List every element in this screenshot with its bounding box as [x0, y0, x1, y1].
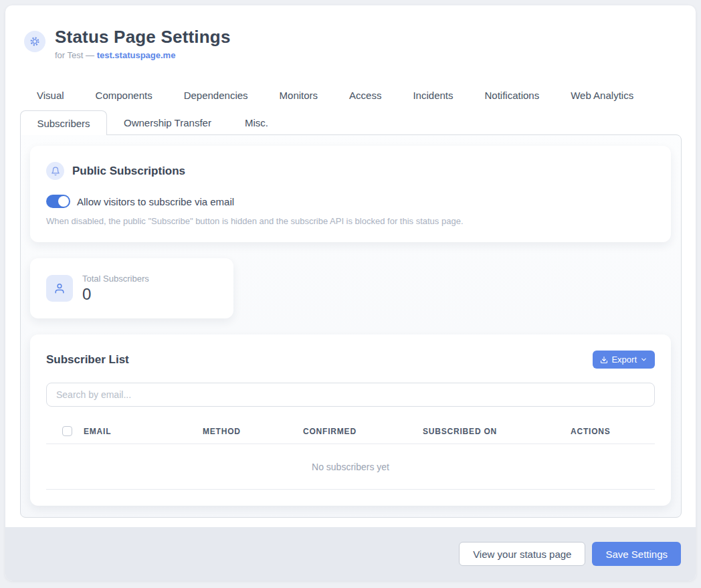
save-settings-button[interactable]: Save Settings — [592, 542, 681, 566]
subtitle-prefix: for Test — — [55, 50, 97, 60]
tab-access[interactable]: Access — [349, 87, 381, 104]
subscriber-table-header: EMAIL METHOD CONFIRMED SUBSCRIBED ON ACT… — [46, 421, 655, 444]
public-subscriptions-card: Public Subscriptions Allow visitors to s… — [30, 146, 671, 242]
subscriber-list-header: Subscriber List Export — [46, 351, 655, 369]
tab-notifications[interactable]: Notifications — [485, 87, 540, 104]
tabs-row-primary: Visual Components Dependencies Monitors … — [5, 87, 696, 104]
tabs-row-secondary: Subscribers Ownership Transfer Misc. — [5, 110, 696, 134]
bell-icon — [46, 162, 64, 180]
column-subscribed-on: SUBSCRIBED ON — [423, 427, 571, 436]
tab-components[interactable]: Components — [96, 87, 153, 104]
tab-ownership-transfer[interactable]: Ownership Transfer — [107, 111, 228, 134]
title-block: Status Page Settings for Test — test.sta… — [55, 27, 231, 60]
toggle-knob — [58, 196, 69, 207]
tab-misc[interactable]: Misc. — [228, 111, 285, 134]
footer-bar: View your status page Save Settings — [5, 527, 696, 581]
tab-visual[interactable]: Visual — [37, 87, 64, 104]
tab-monitors[interactable]: Monitors — [280, 87, 318, 104]
public-subscriptions-title: Public Subscriptions — [72, 165, 185, 178]
export-button-label: Export — [611, 355, 637, 365]
export-button[interactable]: Export — [593, 351, 655, 369]
tab-web-analytics[interactable]: Web Analytics — [571, 87, 633, 104]
stats-text: Total Subscribers 0 — [82, 274, 149, 304]
tab-subscribers[interactable]: Subscribers — [20, 110, 107, 135]
subscribe-helper-text: When disabled, the public "Subscribe" bu… — [46, 216, 655, 226]
stats-label: Total Subscribers — [82, 274, 149, 284]
settings-window: Status Page Settings for Test — test.sta… — [5, 5, 696, 581]
public-subscriptions-header: Public Subscriptions — [46, 162, 655, 180]
subscribe-toggle[interactable] — [46, 195, 70, 208]
search-input[interactable] — [46, 383, 655, 407]
download-icon — [600, 356, 608, 364]
empty-state-message: No subscribers yet — [46, 444, 655, 490]
tab-dependencies[interactable]: Dependencies — [184, 87, 248, 104]
chevron-down-icon — [640, 356, 647, 363]
page-title: Status Page Settings — [55, 27, 231, 47]
total-subscribers-card: Total Subscribers 0 — [30, 258, 233, 318]
gear-icon — [24, 31, 45, 52]
select-all-checkbox[interactable] — [62, 426, 72, 436]
status-page-link[interactable]: test.statuspage.me — [97, 50, 176, 60]
subscribers-panel: Public Subscriptions Allow visitors to s… — [20, 134, 682, 518]
column-email: EMAIL — [84, 427, 203, 436]
column-actions: ACTIONS — [571, 427, 655, 436]
person-icon — [46, 275, 73, 302]
stats-value: 0 — [82, 285, 149, 304]
subscriber-list-title: Subscriber List — [46, 353, 129, 367]
page-header: Status Page Settings for Test — test.sta… — [5, 5, 696, 60]
tab-incidents[interactable]: Incidents — [413, 87, 453, 104]
subscribe-toggle-row: Allow visitors to subscribe via email — [46, 195, 655, 208]
column-method: METHOD — [203, 427, 303, 436]
subscriber-list-card: Subscriber List Export — [30, 334, 671, 506]
column-confirmed: CONFIRMED — [303, 427, 423, 436]
subscribe-toggle-label: Allow visitors to subscribe via email — [77, 196, 234, 207]
page-subtitle: for Test — test.statuspage.me — [55, 50, 231, 60]
view-status-page-button[interactable]: View your status page — [459, 542, 585, 566]
